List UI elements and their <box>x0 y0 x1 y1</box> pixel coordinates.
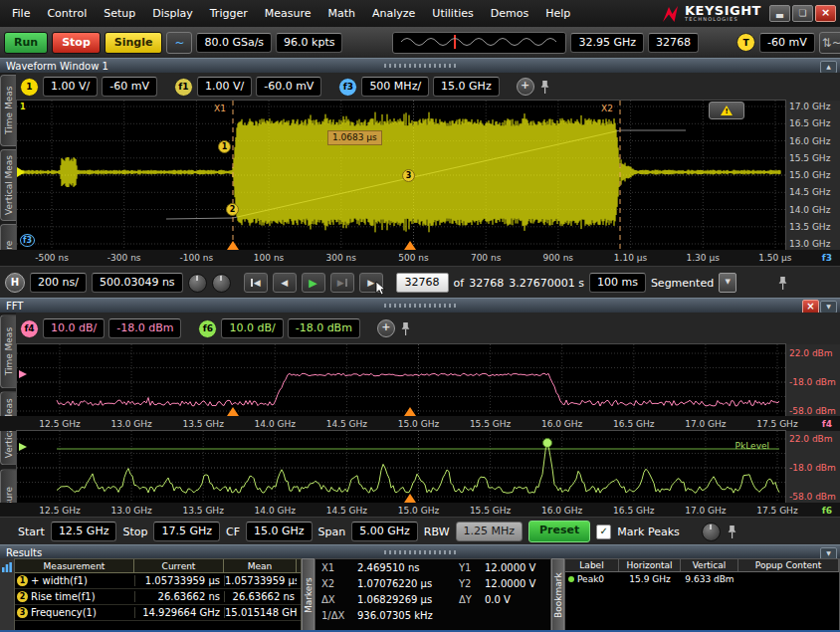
channel-1-ground-marker[interactable]: 1 <box>20 103 26 111</box>
single-button[interactable]: Single <box>105 32 163 54</box>
table-row[interactable]: Peak0 15.9 GHz 9.633 dBm <box>565 572 839 586</box>
sampling-mode-value[interactable]: Segmented <box>651 277 714 290</box>
menu-item[interactable]: Display <box>144 3 201 24</box>
x2-cursor-label[interactable]: X2 <box>601 104 613 113</box>
f1-offset[interactable]: -60.0 mV <box>256 77 321 97</box>
column-header[interactable]: Measurement <box>15 559 134 572</box>
waveform-touch-icon[interactable]: ~ <box>166 32 192 54</box>
fft-plot-f6[interactable]: PkLevel <box>17 431 785 503</box>
waveform-window-titlebar[interactable]: Waveform Window 1 ▲ <box>0 58 840 74</box>
f3-badge[interactable]: f3 <box>338 78 357 97</box>
fft-span-value[interactable]: 5.00 GHz <box>351 522 418 541</box>
f6-badge[interactable]: f6 <box>198 319 217 338</box>
close-icon[interactable]: × <box>815 5 836 22</box>
menu-item[interactable]: File <box>4 3 38 24</box>
main-waveform-plot[interactable]: X1 X2 1.0683 μs 1 2 3 ! 1 f3 <box>17 101 785 250</box>
knob-icon[interactable] <box>702 523 721 541</box>
fft-stop-value[interactable]: 17.5 GHz <box>153 522 220 541</box>
stop-button[interactable]: Stop <box>52 32 101 54</box>
horizontal-badge[interactable]: H <box>5 273 25 293</box>
left-tab[interactable]: Time Meas <box>0 75 16 146</box>
column-header[interactable]: Current <box>134 559 224 572</box>
warning-button[interactable]: ! <box>709 102 744 119</box>
menu-item[interactable]: Control <box>39 3 95 24</box>
minimize-icon[interactable]: ▃ <box>769 5 790 22</box>
table-row[interactable]: 3Frequency(1) 14.929664 GHz 15.015148 GH… <box>15 605 301 621</box>
play-icon[interactable]: ▶ <box>302 273 325 293</box>
results-titlebar[interactable]: Results ▼ <box>0 544 840 559</box>
f3-scale[interactable]: 500 MHz/ <box>361 77 429 97</box>
trigger-position-display[interactable] <box>392 32 566 54</box>
f4-offset[interactable]: -18.0 dBm <box>108 318 181 338</box>
f3-ground-marker[interactable]: f3 <box>20 234 35 247</box>
memory-depth-display[interactable]: 96.0 kpts <box>276 33 342 53</box>
fft-rbw-value[interactable]: 1.25 MHz <box>456 522 524 541</box>
channel-1-offset[interactable]: -60 mV <box>102 77 157 97</box>
fft-cf-value[interactable]: 15.0 GHz <box>246 522 313 541</box>
menu-item[interactable]: Utilities <box>424 3 481 24</box>
pin-icon[interactable] <box>539 80 550 95</box>
trigger-source-badge[interactable]: T <box>736 33 755 52</box>
menu-item[interactable]: Setup <box>96 3 143 24</box>
segment-index-input[interactable]: 32768 <box>396 273 449 293</box>
table-row[interactable]: 2Rise time(f1) 26.63662 ns 26.63662 ns <box>15 589 301 605</box>
grip-icon[interactable] <box>384 64 456 68</box>
menu-item[interactable]: Measure <box>257 3 319 24</box>
f1-badge[interactable]: f1 <box>174 78 193 97</box>
first-segment-icon[interactable]: ◀ <box>244 273 268 293</box>
preset-button[interactable]: Preset <box>528 521 590 542</box>
frequency-counter-display[interactable]: 32.95 GHz <box>570 33 644 53</box>
f6-scale[interactable]: 10.0 dB/ <box>221 318 283 338</box>
f4-badge[interactable]: f4 <box>20 319 39 338</box>
left-tab[interactable]: Time Meas <box>0 315 16 388</box>
channel-1-scale[interactable]: 1.00 V/ <box>43 77 98 97</box>
menu-item[interactable]: Math <box>319 3 363 24</box>
horizontal-scale[interactable]: 200 ns/ <box>30 273 87 293</box>
tab-markers[interactable]: Markers <box>302 558 315 632</box>
channel-1-badge[interactable]: 1 <box>20 78 39 97</box>
play-rate-display[interactable]: 100 ms <box>589 273 646 293</box>
pin-icon[interactable] <box>777 276 788 291</box>
column-header[interactable]: Mean <box>224 559 297 572</box>
pin-icon[interactable] <box>727 525 737 539</box>
fft-titlebar[interactable]: FFT × ▼ <box>0 298 840 314</box>
add-icon[interactable]: + <box>377 319 395 337</box>
menu-item[interactable]: Demos <box>483 3 536 24</box>
horizontal-position[interactable]: 500.03049 ns <box>92 273 183 293</box>
trigger-level-display[interactable]: -60 mV <box>759 33 815 53</box>
grip-icon[interactable] <box>384 550 456 554</box>
autoscale-icon[interactable]: ⇅~ <box>819 32 840 54</box>
fft-plot-f4[interactable] <box>17 344 785 416</box>
f3-offset[interactable]: 15.0 GHz <box>433 77 500 97</box>
hposition-knob-icon[interactable] <box>212 274 231 293</box>
trigger-level-arrow-icon[interactable] <box>17 167 25 177</box>
column-header[interactable]: Horizontal <box>619 559 681 571</box>
menu-item[interactable]: Analyze <box>364 3 423 24</box>
grip-icon[interactable] <box>384 304 456 308</box>
prev-segment-icon[interactable]: ◀ <box>273 273 297 293</box>
f1-scale[interactable]: 1.00 V/ <box>197 77 252 97</box>
sample-rate-display[interactable]: 80.0 GSa/s <box>196 33 272 53</box>
hscale-knob-icon[interactable] <box>188 274 207 293</box>
fft-start-value[interactable]: 12.5 GHz <box>51 522 117 541</box>
column-header[interactable]: Label <box>565 559 619 571</box>
menu-item[interactable]: Help <box>537 3 578 24</box>
dropdown-icon[interactable]: ▼ <box>719 273 736 293</box>
add-icon[interactable]: + <box>517 78 534 96</box>
f4-scale[interactable]: 10.0 dB/ <box>43 318 105 338</box>
run-button[interactable]: Run <box>4 32 48 54</box>
mark-peaks-checkbox[interactable]: ✓ <box>596 525 611 539</box>
f6-offset[interactable]: -18.0 dBm <box>288 318 360 338</box>
x1-cursor-label[interactable]: X1 <box>214 104 226 113</box>
column-header[interactable]: Popup Content <box>738 559 839 571</box>
tab-bookmark[interactable]: Bookmark <box>551 558 564 632</box>
results-chart-icon[interactable] <box>1 561 13 573</box>
menu-item[interactable]: Trigger <box>202 3 256 24</box>
left-tab[interactable]: Vertical Meas <box>0 149 16 221</box>
next-segment-icon[interactable]: ▶ <box>330 273 354 293</box>
pin-icon[interactable] <box>400 321 411 336</box>
table-row[interactable]: 1+ width(f1) 1.05733959 μs 1.05733959 μs <box>15 573 301 589</box>
segment-count-display[interactable]: 32768 <box>648 33 699 53</box>
column-header[interactable]: Vertical <box>681 559 738 571</box>
restore-icon[interactable]: ❏ <box>792 5 813 22</box>
